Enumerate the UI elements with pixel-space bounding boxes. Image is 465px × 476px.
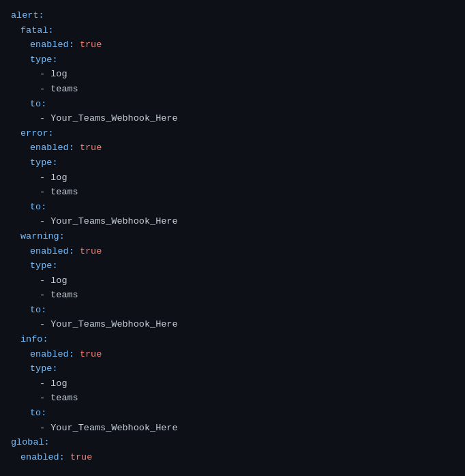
code-key: enabled: xyxy=(20,452,70,462)
code-line: type: xyxy=(11,361,454,376)
code-line: enabled: true xyxy=(11,450,454,465)
code-key: to: xyxy=(30,99,46,109)
code-value-bool: true xyxy=(80,349,102,359)
code-key: to: xyxy=(30,202,46,212)
code-line: - log xyxy=(11,273,454,288)
code-dash: - teams xyxy=(40,290,78,300)
code-value-bool: true xyxy=(70,452,92,462)
code-line: - teams xyxy=(11,82,454,97)
code-dash: - Your_Teams_Webhook_Here xyxy=(40,113,178,123)
code-value-bool: true xyxy=(80,40,102,50)
code-line: - Your_Teams_Webhook_Here xyxy=(11,317,454,332)
code-line: - Your_Teams_Webhook_Here xyxy=(11,214,454,229)
code-line: enabled: true xyxy=(11,244,454,259)
code-key: type: xyxy=(30,55,58,65)
code-key: type: xyxy=(30,158,58,168)
code-line: global: xyxy=(11,435,454,450)
code-key: enabled: xyxy=(30,349,80,359)
code-line: - log xyxy=(11,67,454,82)
code-line: enabled: true xyxy=(11,347,454,362)
code-dash: - Your_Teams_Webhook_Here xyxy=(40,423,178,433)
code-dash: - log xyxy=(40,69,68,79)
code-key: type: xyxy=(30,261,58,271)
code-line: error: xyxy=(11,126,454,141)
code-key: to: xyxy=(30,305,46,315)
code-dash: - Your_Teams_Webhook_Here xyxy=(40,216,178,226)
code-key: to: xyxy=(30,408,46,418)
code-key: warning: xyxy=(20,231,65,241)
code-line: alert: xyxy=(11,8,454,23)
code-key: enabled: xyxy=(30,143,80,153)
code-line: - teams xyxy=(11,185,454,200)
code-line: - log xyxy=(11,170,454,185)
code-line: - log xyxy=(11,376,454,391)
code-line: to: xyxy=(11,97,454,112)
code-key: enabled: xyxy=(30,246,80,256)
code-key: type: xyxy=(30,363,58,374)
code-content: alert:fatal:enabled: truetype:- log- tea… xyxy=(11,8,454,464)
code-key: error: xyxy=(20,128,54,138)
code-key: info: xyxy=(20,334,48,344)
code-dash: - teams xyxy=(40,187,78,197)
code-value-bool: true xyxy=(80,246,102,256)
code-line: enabled: true xyxy=(11,140,454,155)
code-line: to: xyxy=(11,406,454,421)
code-line: type: xyxy=(11,53,454,68)
code-dash: - teams xyxy=(40,393,78,403)
code-editor: alert:fatal:enabled: truetype:- log- tea… xyxy=(0,0,465,476)
code-line: to: xyxy=(11,303,454,318)
code-dash: - log xyxy=(40,173,68,183)
code-line: type: xyxy=(11,258,454,273)
code-line: type: xyxy=(11,155,454,170)
code-line: enabled: true xyxy=(11,38,454,53)
code-line: warning: xyxy=(11,229,454,244)
code-line: - teams xyxy=(11,391,454,406)
code-key: fatal: xyxy=(20,25,54,35)
code-key: global: xyxy=(11,437,50,447)
code-line: - Your_Teams_Webhook_Here xyxy=(11,111,454,126)
code-dash: - Your_Teams_Webhook_Here xyxy=(40,319,178,329)
code-line: - teams xyxy=(11,288,454,303)
code-value-bool: true xyxy=(80,143,102,153)
code-dash: - log xyxy=(40,276,68,286)
code-line: to: xyxy=(11,200,454,215)
code-line: info: xyxy=(11,332,454,347)
code-line: fatal: xyxy=(11,23,454,38)
code-key: enabled: xyxy=(30,40,80,50)
code-dash: - teams xyxy=(40,84,78,94)
code-line: - Your_Teams_Webhook_Here xyxy=(11,421,454,436)
code-key: alert: xyxy=(11,10,44,20)
code-dash: - log xyxy=(40,378,68,389)
